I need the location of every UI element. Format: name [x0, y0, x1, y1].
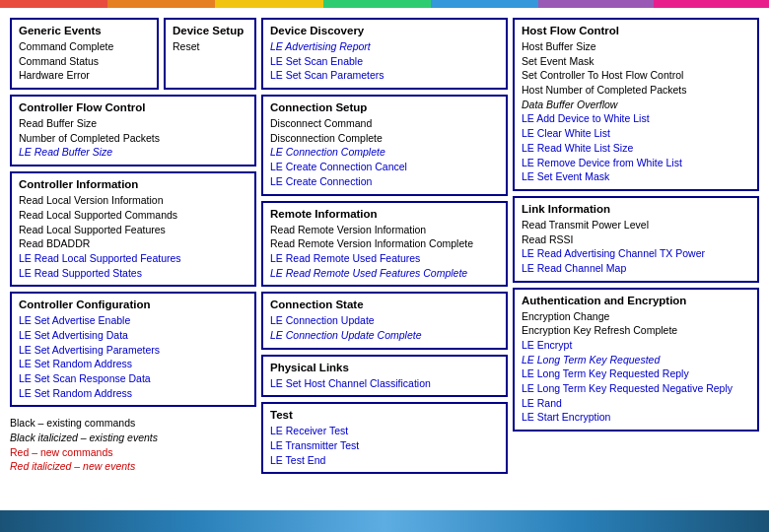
test-title: Test	[270, 409, 499, 421]
ci-item-4: LE Read Local Supported Features	[19, 251, 247, 266]
hf-item-2: Set Controller To Host Flow Control	[522, 68, 750, 83]
ae-item-2: LE Encrypt	[522, 338, 750, 353]
cst-item-0: LE Connection Update	[270, 313, 499, 328]
ci-item-2: Read Local Supported Features	[19, 223, 247, 237]
controller-flow-box: Controller Flow Control Read Buffer Size…	[10, 95, 256, 166]
controller-config-title: Controller Configuration	[19, 299, 247, 310]
device-discovery-box: Device Discovery LE Advertising Report L…	[261, 18, 508, 90]
ri-item-2: LE Read Remote Used Features	[270, 251, 499, 266]
cc-item-4: LE Set Scan Response Data	[19, 371, 247, 386]
hf-item-6: LE Clear White List	[522, 126, 750, 141]
ae-item-4: LE Long Term Key Requested Reply	[522, 366, 750, 381]
controller-config-box: Controller Configuration LE Set Advertis…	[10, 292, 256, 407]
cc-item-2: LE Set Advertising Parameters	[19, 343, 247, 358]
generic-events-item-2: Hardware Error	[19, 68, 150, 83]
hf-item-3: Host Number of Completed Packets	[522, 83, 750, 98]
cfc-item-2: LE Read Buffer Size	[19, 145, 247, 160]
hf-item-0: Host Buffer Size	[522, 39, 750, 54]
generic-events-item-0: Command Complete	[19, 39, 150, 54]
test-item-1: LE Transmitter Test	[270, 438, 499, 453]
pl-item-0: LE Set Host Channel Classification	[270, 376, 499, 391]
auth-encryption-title: Authentication and Encryption	[522, 295, 750, 306]
ae-item-3: LE Long Term Key Requested	[522, 353, 750, 367]
host-flow-box: Host Flow Control Host Buffer Size Set E…	[513, 18, 759, 191]
device-setup-box: Device Setup Reset	[164, 18, 256, 90]
ci-item-0: Read Local Version Information	[19, 193, 247, 208]
ri-item-1: Read Remote Version Information Complete	[270, 236, 499, 251]
dd-item-0: LE Advertising Report	[270, 39, 499, 54]
remote-info-title: Remote Information	[270, 208, 499, 220]
controller-info-box: Controller Information Read Local Versio…	[10, 171, 256, 287]
li-item-2: LE Read Advertising Channel TX Power	[522, 246, 750, 261]
hf-item-9: LE Set Event Mask	[522, 169, 750, 184]
test-item-2: LE Test End	[270, 453, 499, 468]
cc-item-5: LE Set Random Address	[19, 386, 247, 401]
ci-item-1: Read Local Supported Commands	[19, 208, 247, 223]
hf-item-7: LE Read White List Size	[522, 141, 750, 156]
ae-item-5: LE Long Term Key Requested Negative Repl…	[522, 381, 750, 396]
footer-bar	[0, 510, 769, 532]
hf-item-1: Set Event Mask	[522, 54, 750, 69]
li-item-1: Read RSSI	[522, 233, 750, 247]
ri-item-0: Read Remote Version Information	[270, 223, 499, 237]
hf-item-4: Data Buffer Overflow	[522, 98, 750, 112]
ae-item-6: LE Rand	[522, 396, 750, 411]
cs-item-4: LE Create Connection	[270, 174, 499, 189]
hf-item-5: LE Add Device to White List	[522, 111, 750, 126]
cc-item-1: LE Set Advertising Data	[19, 328, 247, 343]
ri-item-3: LE Read Remote Used Features Complete	[270, 266, 499, 281]
test-item-0: LE Receiver Test	[270, 424, 499, 438]
cst-item-1: LE Connection Update Complete	[270, 328, 499, 343]
connection-state-box: Connection State LE Connection Update LE…	[261, 292, 508, 349]
connection-state-title: Connection State	[270, 299, 499, 310]
cs-item-0: Disconnect Command	[270, 116, 499, 131]
cfc-item-0: Read Buffer Size	[19, 116, 247, 131]
generic-events-title: Generic Events	[19, 25, 150, 36]
auth-encryption-box: Authentication and Encryption Encryption…	[513, 288, 759, 432]
ae-item-1: Encryption Key Refresh Complete	[522, 323, 750, 338]
li-item-0: Read Transmit Power Level	[522, 218, 750, 233]
connection-setup-title: Connection Setup	[270, 101, 499, 113]
dd-item-2: LE Set Scan Parameters	[270, 68, 499, 83]
device-discovery-title: Device Discovery	[270, 25, 499, 36]
device-setup-item-0: Reset	[173, 39, 247, 54]
link-info-box: Link Information Read Transmit Power Lev…	[513, 196, 759, 283]
link-info-title: Link Information	[522, 203, 750, 215]
legend-item-1: Black italicized – existing events	[10, 431, 256, 445]
remote-info-box: Remote Information Read Remote Version I…	[261, 201, 508, 288]
physical-links-title: Physical Links	[270, 362, 499, 373]
cc-item-0: LE Set Advertise Enable	[19, 313, 247, 328]
ci-item-3: Read BDADDR	[19, 236, 247, 251]
legend-item-0: Black – existing commands	[10, 416, 256, 431]
generic-events-box: Generic Events Command Complete Command …	[10, 18, 159, 90]
cfc-item-1: Number of Completed Packets	[19, 131, 247, 146]
connection-setup-box: Connection Setup Disconnect Command Disc…	[261, 95, 508, 195]
generic-events-item-1: Command Status	[19, 54, 150, 69]
legend-box: Black – existing commands Black italiciz…	[10, 412, 256, 478]
device-setup-title: Device Setup	[173, 25, 247, 36]
hf-item-8: LE Remove Device from White List	[522, 156, 750, 170]
ci-item-5: LE Read Supported States	[19, 266, 247, 281]
controller-flow-title: Controller Flow Control	[19, 101, 247, 113]
ae-item-0: Encryption Change	[522, 309, 750, 324]
host-flow-title: Host Flow Control	[522, 25, 750, 36]
cs-item-3: LE Create Connection Cancel	[270, 160, 499, 174]
cs-item-2: LE Connection Complete	[270, 145, 499, 160]
cc-item-3: LE Set Random Address	[19, 357, 247, 371]
test-box: Test LE Receiver Test LE Transmitter Tes…	[261, 402, 508, 474]
ae-item-7: LE Start Encryption	[522, 410, 750, 425]
li-item-3: LE Read Channel Map	[522, 261, 750, 276]
controller-info-title: Controller Information	[19, 178, 247, 190]
rainbow-bar	[0, 0, 769, 8]
cs-item-1: Disconnection Complete	[270, 131, 499, 146]
legend-item-2: Red – new commands	[10, 445, 256, 460]
legend-item-3: Red italicized – new events	[10, 459, 256, 474]
dd-item-1: LE Set Scan Enable	[270, 54, 499, 69]
physical-links-box: Physical Links LE Set Host Channel Class…	[261, 355, 508, 398]
